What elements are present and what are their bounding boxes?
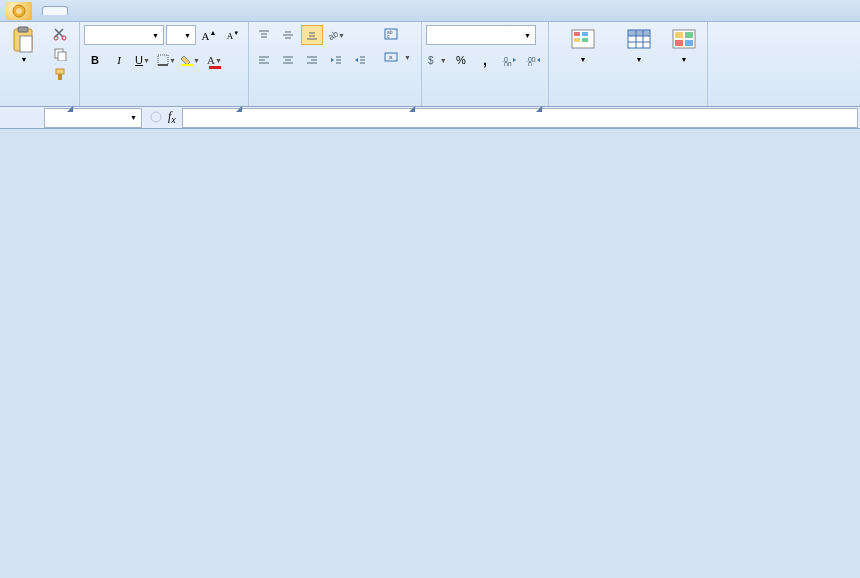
shrink-font-button[interactable]: A▼: [222, 25, 244, 45]
svg-rect-50: [574, 32, 580, 36]
align-left-icon: [258, 54, 270, 66]
tab-data[interactable]: [148, 7, 172, 15]
copy-button[interactable]: [48, 44, 75, 64]
ribbon-tab-bar: [0, 0, 860, 22]
number-format-combo[interactable]: ▼: [426, 25, 536, 45]
merge-center-button[interactable]: a▼: [379, 47, 417, 67]
clipboard-dialog-icon[interactable]: ◢: [67, 104, 73, 113]
align-center-icon: [282, 54, 294, 66]
svg-rect-64: [685, 40, 693, 46]
font-color-icon: A: [207, 54, 215, 66]
number-dialog-icon[interactable]: ◢: [536, 104, 542, 113]
accounting-format-button[interactable]: $▼: [426, 50, 448, 70]
conditional-formatting-icon: [570, 28, 596, 52]
font-size-combo[interactable]: ▼: [166, 25, 196, 45]
align-right-button[interactable]: [301, 50, 323, 70]
underline-button[interactable]: U▼: [132, 50, 154, 70]
svg-point-6: [62, 36, 66, 40]
increase-decimal-icon: .0.00: [502, 54, 516, 66]
underline-icon: U: [135, 54, 143, 66]
svg-text:a: a: [389, 54, 393, 60]
comma-button[interactable]: ,: [474, 50, 496, 70]
tab-page-layout[interactable]: [96, 7, 120, 15]
indent-decrease-button[interactable]: [325, 50, 347, 70]
align-center-button[interactable]: [277, 50, 299, 70]
svg-text:.00: .00: [502, 61, 512, 66]
indent-increase-button[interactable]: [349, 50, 371, 70]
merge-center-icon: a: [384, 50, 398, 64]
tab-home[interactable]: [42, 6, 68, 15]
ribbon: ▼ ◢ ▼ ▼ A▲ A▼ B I U▼ ▼ ▼ A▼: [0, 22, 860, 107]
paste-icon: [11, 26, 37, 54]
svg-rect-53: [582, 38, 588, 42]
align-bottom-icon: [306, 29, 318, 41]
cell-styles-button[interactable]: ▼: [665, 24, 703, 67]
svg-rect-10: [58, 74, 62, 80]
office-button[interactable]: [6, 2, 32, 20]
tab-review[interactable]: [174, 7, 198, 15]
comma-icon: ,: [483, 52, 487, 68]
svg-point-65: [151, 112, 161, 122]
formula-bar[interactable]: [182, 108, 858, 128]
cut-button[interactable]: [48, 24, 75, 44]
wrap-text-button[interactable]: abc: [379, 24, 417, 44]
align-bottom-button[interactable]: [301, 25, 323, 45]
paste-button[interactable]: ▼: [4, 24, 44, 67]
align-top-button[interactable]: [253, 25, 275, 45]
bold-button[interactable]: B: [84, 50, 106, 70]
format-as-table-button[interactable]: ▼: [617, 24, 661, 67]
format-painter-icon: [53, 67, 67, 81]
group-font: ▼ ▼ A▲ A▼ B I U▼ ▼ ▼ A▼ ◢: [80, 22, 249, 106]
cut-icon: [53, 27, 67, 41]
svg-rect-9: [56, 69, 64, 74]
grow-font-icon: A▲: [202, 29, 217, 42]
fx-icon[interactable]: fx: [168, 109, 176, 125]
svg-text:.0: .0: [526, 61, 532, 66]
svg-rect-3: [18, 27, 28, 32]
font-color-button[interactable]: A▼: [204, 50, 226, 70]
svg-rect-13: [181, 64, 193, 66]
formula-bar-row: ▼ fx: [0, 107, 860, 129]
orientation-button[interactable]: ab▼: [325, 25, 347, 45]
border-button[interactable]: ▼: [156, 50, 178, 70]
svg-rect-51: [582, 32, 588, 36]
align-middle-icon: [282, 29, 294, 41]
font-name-combo[interactable]: ▼: [84, 25, 164, 45]
svg-rect-52: [574, 38, 580, 42]
decrease-decimal-button[interactable]: .00.0: [522, 50, 544, 70]
fill-color-icon: [181, 54, 193, 66]
increase-decimal-button[interactable]: .0.00: [498, 50, 520, 70]
border-icon: [157, 54, 169, 66]
align-right-icon: [306, 54, 318, 66]
tab-formulas[interactable]: [122, 7, 146, 15]
italic-button[interactable]: I: [108, 50, 130, 70]
format-as-table-icon: [626, 28, 652, 52]
decrease-decimal-icon: .00.0: [526, 54, 540, 66]
format-painter-button[interactable]: [48, 64, 75, 84]
svg-rect-11: [158, 55, 168, 65]
align-middle-button[interactable]: [277, 25, 299, 45]
svg-rect-63: [675, 40, 683, 46]
cell-styles-icon: [671, 28, 697, 52]
tab-view[interactable]: [200, 7, 224, 15]
cancel-formula-icon[interactable]: [150, 111, 162, 123]
svg-rect-4: [20, 36, 32, 52]
copy-icon: [53, 47, 67, 61]
conditional-formatting-button[interactable]: ▼: [553, 24, 613, 67]
italic-icon: I: [117, 54, 121, 66]
grow-font-button[interactable]: A▲: [198, 25, 220, 45]
wrap-text-icon: abc: [384, 27, 398, 41]
tab-team[interactable]: [226, 7, 250, 15]
alignment-dialog-icon[interactable]: ◢: [409, 104, 415, 113]
percent-button[interactable]: %: [450, 50, 472, 70]
align-left-button[interactable]: [253, 50, 275, 70]
tab-insert[interactable]: [70, 7, 94, 15]
svg-point-1: [16, 8, 22, 14]
accounting-icon: $: [427, 54, 440, 66]
svg-rect-59: [628, 30, 650, 36]
svg-text:ab: ab: [327, 29, 338, 41]
name-box[interactable]: ▼: [44, 108, 142, 128]
fill-color-button[interactable]: ▼: [180, 50, 202, 70]
font-dialog-icon[interactable]: ◢: [236, 104, 242, 113]
indent-increase-icon: [354, 54, 366, 66]
